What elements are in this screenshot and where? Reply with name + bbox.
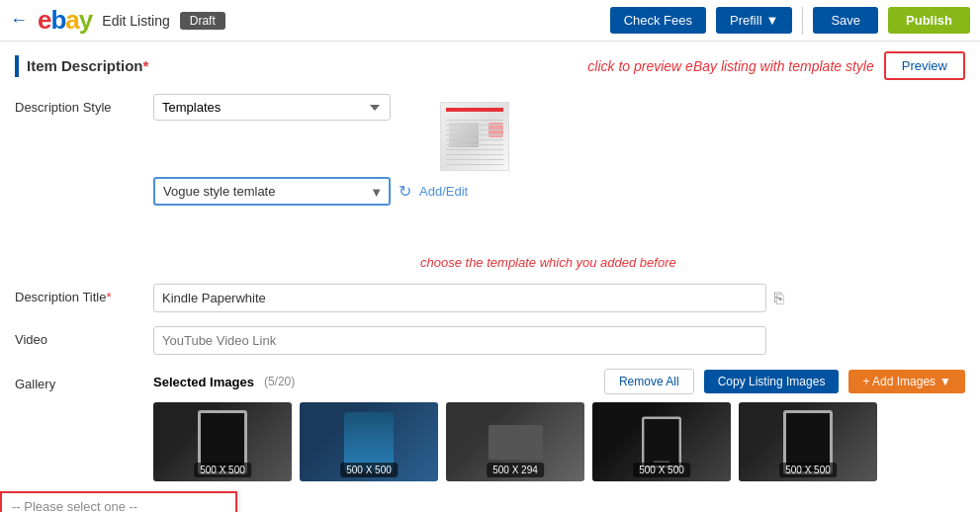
gallery-content: Selected Images (5/20) Remove All Copy L… <box>153 369 965 481</box>
image-thumb-4[interactable]: 500 X 500 <box>592 402 731 481</box>
description-style-row: Description Style Templates Standard Non… <box>15 94 965 171</box>
check-fees-button[interactable]: Check Fees <box>610 7 706 34</box>
section-header: Item Description* <box>15 55 148 77</box>
save-button[interactable]: Save <box>813 7 878 34</box>
ebay-logo: ebay <box>38 5 92 36</box>
header-divider <box>802 7 803 35</box>
add-edit-link[interactable]: Add/Edit <box>419 184 468 199</box>
image-count: (5/20) <box>264 375 295 388</box>
images-row: 500 X 500 500 X 500 500 X 294 500 X 500 … <box>153 402 965 481</box>
app-header: ← ebay Edit Listing Draft Check Fees Pre… <box>0 0 980 42</box>
selected-images-label: Selected Images <box>153 375 254 389</box>
image-size-3: 500 X 294 <box>487 463 544 477</box>
description-title-row: Description Title* ⎘ <box>15 284 965 312</box>
image-thumb-5[interactable]: 500 X 500 <box>739 402 877 481</box>
image-size-4: 500 X 500 <box>633 463 690 477</box>
video-row: Video <box>15 326 965 355</box>
gallery-header: Selected Images (5/20) Remove All Copy L… <box>153 369 965 394</box>
image-size-2: 500 X 500 <box>340 463 398 477</box>
description-style-label: Description Style <box>15 94 143 115</box>
image-thumb-1[interactable]: 500 X 500 <box>153 402 292 481</box>
image-thumb-3[interactable]: 500 X 294 <box>446 402 584 481</box>
template-row: Vogue style temlate Simple style templat… <box>153 177 676 206</box>
main-content: Item Description* click to preview eBay … <box>0 42 980 491</box>
template-dropdown-list: -- Please select one -- Vogue style teml… <box>0 491 237 512</box>
section-bar <box>15 55 19 77</box>
description-title-input[interactable] <box>153 284 766 312</box>
gallery-label: Gallery <box>15 369 143 481</box>
template-select[interactable]: Vogue style temlate Simple style templat… <box>153 177 391 206</box>
add-images-button[interactable]: + Add Images ▼ <box>848 370 965 393</box>
image-size-1: 500 X 500 <box>194 463 251 477</box>
choose-template-hint: choose the template which you added befo… <box>420 255 676 270</box>
remove-all-button[interactable]: Remove All <box>604 369 694 394</box>
refresh-icon[interactable]: ↻ <box>399 182 411 201</box>
back-button[interactable]: ← <box>10 10 28 31</box>
description-title-label: Description Title* <box>15 284 143 304</box>
image-thumb-2[interactable]: 500 X 500 <box>300 402 438 481</box>
copy-icon[interactable]: ⎘ <box>774 290 784 307</box>
video-input[interactable] <box>153 326 766 355</box>
dropdown-placeholder[interactable]: -- Please select one -- <box>2 493 235 512</box>
copy-listing-button[interactable]: Copy Listing Images <box>704 370 840 393</box>
prefill-button[interactable]: Prefill ▼ <box>716 7 792 34</box>
edit-listing-label: Edit Listing <box>102 13 169 29</box>
publish-button[interactable]: Publish <box>888 7 970 34</box>
image-size-5: 500 X 500 <box>779 463 837 477</box>
description-style-select[interactable]: Templates Standard None <box>153 94 391 121</box>
gallery-row: Gallery Selected Images (5/20) Remove Al… <box>15 369 965 481</box>
preview-hint: click to preview eBay listing with templ… <box>587 58 873 74</box>
preview-button[interactable]: Preview <box>884 51 965 80</box>
draft-badge: Draft <box>180 12 225 30</box>
section-title: Item Description* <box>27 57 148 74</box>
template-select-row: Vogue style temlate Simple style templat… <box>15 177 965 270</box>
video-label: Video <box>15 326 143 347</box>
template-thumbnail <box>440 102 509 171</box>
